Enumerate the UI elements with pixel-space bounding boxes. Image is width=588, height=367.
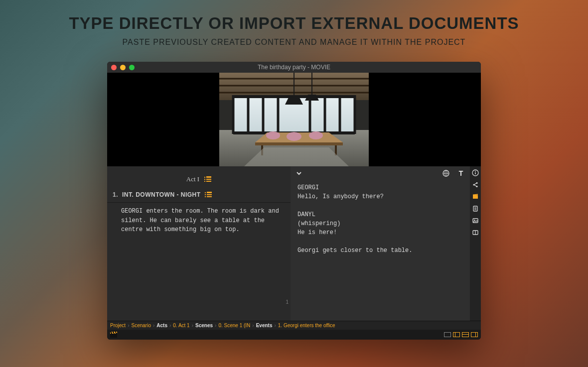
info-icon[interactable]: [472, 169, 479, 176]
breadcrumb-separator: ›: [252, 323, 254, 328]
editor-split: Act I 1. INT. DOWNTOWN - NIGHT GEORGI en…: [107, 166, 481, 321]
script-pane-header: T: [291, 166, 470, 180]
minimize-window-button[interactable]: [120, 65, 126, 70]
image-icon[interactable]: [472, 217, 479, 224]
outline-pane: Act I 1. INT. DOWNTOWN - NIGHT GEORGI en…: [107, 166, 291, 321]
clip-icon[interactable]: [472, 193, 479, 200]
scene-header[interactable]: 1. INT. DOWNTOWN - NIGHT: [107, 188, 291, 202]
close-window-button[interactable]: [111, 65, 117, 70]
svg-point-27: [309, 131, 323, 139]
scene-description[interactable]: GEORGI enters the room. The room is dark…: [107, 203, 291, 239]
act-label: Act I: [186, 175, 199, 183]
breadcrumb-item[interactable]: Acts: [156, 323, 167, 328]
breadcrumb-item[interactable]: 0. Act 1: [173, 323, 189, 328]
breadcrumb: Project›Scenario›Acts›0. Act 1›Scenes›0.…: [107, 321, 481, 330]
bottom-toolbar: [107, 330, 481, 340]
layout-right-icon[interactable]: [471, 332, 478, 337]
svg-point-32: [475, 171, 476, 172]
text-format-icon[interactable]: T: [457, 169, 465, 177]
chevron-down-icon[interactable]: [295, 170, 302, 177]
breadcrumb-item[interactable]: Events: [256, 323, 273, 328]
svg-point-26: [287, 132, 301, 141]
clapper-icon[interactable]: [110, 332, 117, 338]
scene-number: 1.: [112, 191, 118, 198]
svg-rect-38: [473, 195, 478, 199]
share-icon[interactable]: [472, 181, 479, 188]
breadcrumb-item[interactable]: Scenario: [131, 323, 150, 328]
breadcrumb-separator: ›: [215, 323, 216, 328]
layout-single-icon[interactable]: [444, 332, 451, 337]
script-pane: T GEORGI Hello, Is anybody there? DANYL …: [291, 166, 470, 321]
columns-icon[interactable]: [472, 229, 479, 236]
svg-line-37: [474, 185, 476, 186]
svg-line-36: [474, 183, 476, 184]
svg-marker-22: [255, 142, 343, 145]
breadcrumb-separator: ›: [128, 323, 129, 328]
breadcrumb-separator: ›: [192, 323, 193, 328]
promo-subtitle: PASTE PREVIOUSLY CREATED CONTENT AND MAN…: [123, 38, 466, 47]
svg-point-25: [266, 131, 280, 139]
list-icon: [205, 192, 212, 198]
breadcrumb-item[interactable]: 1. Georgi enters the office: [278, 323, 335, 328]
traffic-lights: [111, 65, 135, 70]
script-text[interactable]: GEORGI Hello, Is anybody there? DANYL (w…: [291, 180, 470, 258]
scene-preview-image: [219, 73, 369, 166]
right-side-rail: [470, 166, 481, 321]
scene-title: INT. DOWNTOWN - NIGHT: [122, 191, 201, 198]
breadcrumb-item[interactable]: Scenes: [195, 323, 213, 328]
act-header[interactable]: Act I: [107, 166, 291, 188]
scene-preview-area: [107, 73, 481, 166]
layout-topbar-icon[interactable]: [462, 332, 469, 337]
breadcrumb-item[interactable]: Project: [110, 323, 126, 328]
list-icon: [204, 176, 211, 182]
maximize-window-button[interactable]: [129, 65, 135, 70]
globe-icon[interactable]: [442, 169, 450, 177]
document-icon[interactable]: [472, 205, 479, 212]
app-window: The birthday party - MOVIE: [107, 62, 481, 340]
layout-sidebar-icon[interactable]: [453, 332, 460, 337]
breadcrumb-separator: ›: [153, 323, 154, 328]
titlebar: The birthday party - MOVIE: [107, 62, 481, 73]
breadcrumb-separator: ›: [169, 323, 171, 328]
breadcrumb-item[interactable]: 0. Scene 1 (IN: [218, 323, 250, 328]
breadcrumb-separator: ›: [274, 323, 276, 328]
window-title: The birthday party - MOVIE: [107, 64, 481, 71]
page-number: 1: [286, 299, 289, 305]
promo-title: TYPE DIRECTLY OR IMPORT EXTERNAL DOCUMEN…: [69, 14, 519, 33]
